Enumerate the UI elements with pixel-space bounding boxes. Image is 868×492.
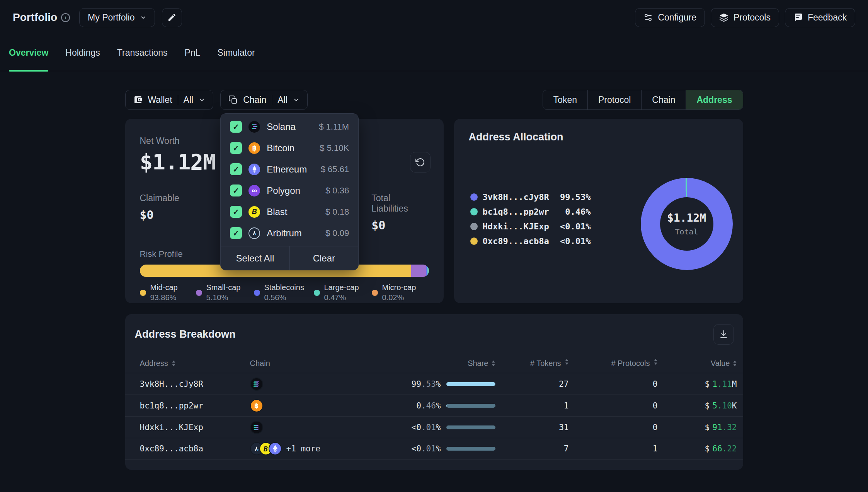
pencil-icon bbox=[167, 13, 177, 22]
checkbox-checked-icon[interactable] bbox=[230, 184, 242, 196]
ethereum-icon bbox=[269, 442, 282, 455]
value-cell: $5.10K bbox=[658, 401, 743, 410]
tab-pnl[interactable]: PnL bbox=[185, 35, 201, 71]
checkbox-checked-icon[interactable] bbox=[230, 163, 242, 175]
chain-option-bitcoin[interactable]: ฿ Bitcoin $ 5.10K bbox=[221, 137, 358, 159]
legend-dot bbox=[470, 237, 478, 245]
view-toggle-protocol[interactable]: Protocol bbox=[587, 90, 641, 109]
configure-button[interactable]: Configure bbox=[635, 8, 705, 27]
breakdown-title: Address Breakdown bbox=[135, 328, 236, 340]
checkbox-checked-icon[interactable] bbox=[230, 206, 242, 218]
protocols-label: Protocols bbox=[734, 12, 771, 23]
info-icon[interactable] bbox=[61, 13, 70, 22]
chevron-down-icon bbox=[293, 97, 300, 103]
tab-transactions[interactable]: Transactions bbox=[117, 35, 168, 71]
refresh-icon bbox=[415, 157, 425, 167]
protocols-cell: 0 bbox=[569, 379, 658, 389]
chain-icon bbox=[228, 95, 238, 104]
sort-icon[interactable] bbox=[491, 360, 495, 366]
risk-legend: Mid-cap93.86% Small-cap5.10% Stablecoins… bbox=[140, 283, 429, 302]
tab-holdings[interactable]: Holdings bbox=[65, 35, 100, 71]
refresh-button[interactable] bbox=[410, 152, 431, 173]
column-share[interactable]: Share bbox=[366, 359, 495, 368]
checkbox-checked-icon[interactable] bbox=[230, 121, 242, 133]
sort-icon[interactable] bbox=[172, 360, 176, 366]
value-cell: $1.11M bbox=[658, 379, 743, 389]
table-row[interactable]: bc1q8...pp2wr ฿ 0.46% 1 0 $5.10K bbox=[125, 395, 743, 416]
chain-option-value: $ 65.61 bbox=[321, 164, 349, 174]
portfolio-selector[interactable]: My Portfolio bbox=[79, 8, 155, 27]
chain-option-value: $ 1.11M bbox=[319, 122, 349, 132]
blast-icon: B bbox=[248, 206, 260, 218]
share-bar bbox=[446, 447, 495, 451]
feedback-button[interactable]: Feedback bbox=[785, 8, 855, 27]
share-bar bbox=[446, 382, 495, 386]
sort-icon[interactable] bbox=[733, 360, 737, 366]
chain-option-label: Blast bbox=[267, 207, 287, 217]
chain-filter-button[interactable]: Chain All bbox=[220, 90, 308, 110]
table-header: Address Chain Share # Tokens # Protocols bbox=[125, 354, 743, 373]
wallet-icon bbox=[133, 95, 143, 104]
address-cell: Hdxki...KJExp bbox=[125, 423, 250, 432]
chain-cell: B +1 more bbox=[250, 442, 366, 455]
chain-option-value: $ 0.09 bbox=[325, 228, 349, 238]
chain-option-value: $ 0.36 bbox=[325, 186, 349, 196]
checkbox-checked-icon[interactable] bbox=[230, 227, 242, 239]
tab-simulator[interactable]: Simulator bbox=[218, 35, 255, 71]
tab-overview[interactable]: Overview bbox=[9, 35, 48, 71]
allocation-donut-chart: $1.12M Total bbox=[641, 178, 733, 270]
view-toggle-chain[interactable]: Chain bbox=[641, 90, 686, 109]
clear-button[interactable]: Clear bbox=[290, 246, 359, 270]
wallet-filter-button[interactable]: Wallet All bbox=[125, 90, 214, 110]
legend-dot bbox=[140, 290, 146, 296]
share-cell: <0.01% bbox=[366, 444, 495, 453]
polygon-icon: ∞ bbox=[248, 185, 260, 196]
tokens-cell: 1 bbox=[495, 401, 569, 410]
share-cell: 0.46% bbox=[366, 401, 495, 410]
view-toggle-address[interactable]: Address bbox=[686, 90, 742, 109]
app-header: Portfolio My Portfolio Configure Protoco… bbox=[0, 0, 868, 35]
chevron-down-icon bbox=[140, 14, 146, 21]
column-protocols[interactable]: # Protocols bbox=[569, 359, 658, 368]
view-toggle-token[interactable]: Token bbox=[543, 90, 587, 109]
allocation-legend: 3vk8H...cJy8R 99.53% bc1q8...pp2wr 0.46%… bbox=[470, 192, 591, 251]
chat-icon bbox=[793, 13, 803, 22]
sort-icon[interactable] bbox=[565, 359, 569, 365]
chain-option-label: Arbitrum bbox=[267, 228, 302, 239]
checkbox-checked-icon[interactable] bbox=[230, 142, 242, 154]
legend-dot bbox=[470, 208, 478, 215]
sort-icon[interactable] bbox=[654, 359, 658, 365]
donut-total-label: Total bbox=[675, 227, 698, 236]
column-address[interactable]: Address bbox=[125, 359, 250, 368]
donut-total-value: $1.12M bbox=[667, 212, 706, 224]
protocols-cell: 0 bbox=[569, 401, 658, 410]
column-tokens[interactable]: # Tokens bbox=[495, 359, 569, 368]
table-row[interactable]: 3vk8H...cJy8R 99.53% 27 0 $1.11M bbox=[125, 373, 743, 395]
chain-option-value: $ 5.10K bbox=[320, 143, 349, 153]
legend-dot bbox=[254, 290, 260, 296]
table-row[interactable]: Hdxki...KJExp <0.01% 31 0 $91.32 bbox=[125, 416, 743, 438]
value-cell: $91.32 bbox=[658, 423, 743, 432]
select-all-button[interactable]: Select All bbox=[221, 246, 290, 270]
chain-option-blast[interactable]: B Blast $ 0.18 bbox=[221, 201, 358, 222]
protocols-button[interactable]: Protocols bbox=[711, 8, 779, 27]
chain-option-polygon[interactable]: ∞ Polygon $ 0.36 bbox=[221, 180, 358, 201]
chain-option-value: $ 0.18 bbox=[325, 207, 349, 217]
chain-cell: ฿ bbox=[250, 399, 366, 412]
share-bar bbox=[446, 404, 495, 408]
legend-item: bc1q8...pp2wr 0.46% bbox=[470, 207, 591, 217]
column-value[interactable]: Value bbox=[658, 359, 743, 368]
chain-option-solana[interactable]: Solana $ 1.11M bbox=[221, 116, 358, 137]
table-row[interactable]: 0xc89...acb8a B +1 more <0.01% 7 1 $66.2… bbox=[125, 438, 743, 460]
download-button[interactable] bbox=[713, 324, 734, 345]
chain-cell bbox=[250, 378, 366, 391]
chain-filter-label: Chain bbox=[243, 95, 266, 105]
portfolio-selector-label: My Portfolio bbox=[88, 12, 134, 23]
tokens-cell: 31 bbox=[495, 423, 569, 432]
chain-option-arbitrum[interactable]: Arbitrum $ 0.09 bbox=[221, 222, 358, 244]
edit-portfolio-button[interactable] bbox=[162, 8, 182, 27]
address-cell: 0xc89...acb8a bbox=[125, 444, 250, 453]
chain-option-ethereum[interactable]: Ethereum $ 65.61 bbox=[221, 159, 358, 180]
legend-item: Micro-cap0.02% bbox=[372, 283, 416, 302]
divider bbox=[178, 95, 178, 105]
